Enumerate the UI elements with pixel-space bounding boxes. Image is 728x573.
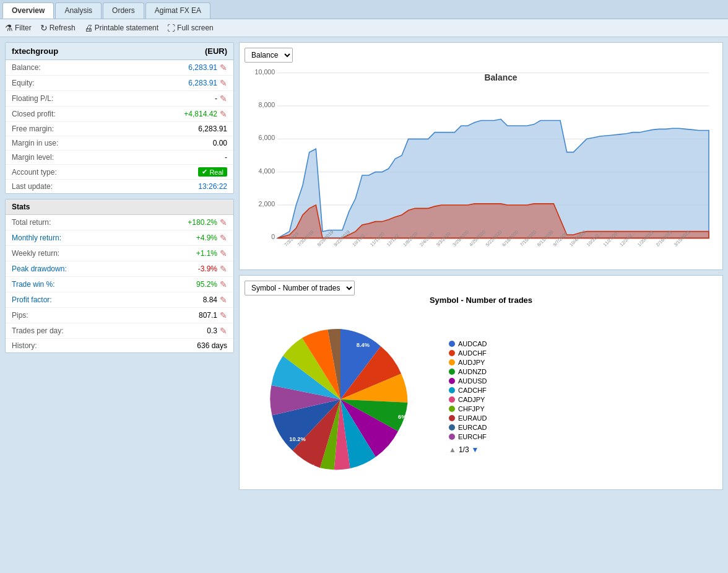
account-type-value: ✔ Real <box>198 167 227 177</box>
pips-edit[interactable]: ✎ <box>220 310 227 320</box>
monthly-return-row: Monthly return: +4.9% ✎ <box>6 230 233 246</box>
balance-chart: 10,000 8,000 6,000 4,000 2,000 0 Balance <box>245 66 717 265</box>
weekly-return-row: Weekly return: +1.1% ✎ <box>6 246 233 261</box>
pie-container: 8.4% 6% 10.2% 7.2% 6% AUDCAD AUDCHF <box>245 310 717 484</box>
legend-audusd: AUDUSD <box>449 377 717 385</box>
trades-per-day-row: Trades per day: 0.3 ✎ <box>6 323 233 339</box>
audcad-dot <box>449 341 455 347</box>
cadchf-label: CADCHF <box>458 387 487 394</box>
svg-text:10.2%: 10.2% <box>289 436 305 442</box>
svg-text:7.2%: 7.2% <box>302 463 315 470</box>
legend-eurchf: EURCHF <box>449 433 717 440</box>
floating-row: Floating P/L: - ✎ <box>6 91 233 107</box>
print-icon: 🖨 <box>84 23 93 33</box>
legend-euraud: EURAUD <box>449 414 717 422</box>
legend-audchf: AUDCHF <box>449 349 717 357</box>
eurcad-label: EURCAD <box>458 424 487 431</box>
legend-page-text: 1/3 <box>459 445 469 454</box>
legend-cadchf: CADCHF <box>449 387 717 394</box>
balance-chart-svg: 10,000 8,000 6,000 4,000 2,000 0 Balance <box>245 66 717 265</box>
peak-drawdown-value: -3.9% ✎ <box>198 264 227 274</box>
weekly-return-edit[interactable]: ✎ <box>220 248 227 258</box>
main-content: fxtechgroup (EUR) Balance: 6,283.91 ✎ Eq… <box>0 37 728 495</box>
tab-orders[interactable]: Orders <box>103 2 144 19</box>
account-header: fxtechgroup (EUR) <box>6 43 233 60</box>
total-return-edit[interactable]: ✎ <box>220 217 227 227</box>
legend-pagination: ▲ 1/3 ▼ <box>449 445 717 454</box>
tab-bar: Overview Analysis Orders Agimat FX EA <box>0 0 728 19</box>
svg-text:8,000: 8,000 <box>259 101 275 108</box>
pie-chart-svg-wrap: 8.4% 6% 10.2% 7.2% 6% <box>245 310 436 484</box>
eurchf-label: EURCHF <box>458 433 487 440</box>
fullscreen-icon: ⛶ <box>167 24 175 33</box>
pips-value: 807.1 ✎ <box>199 310 227 320</box>
tab-agimat[interactable]: Agimat FX EA <box>145 2 210 19</box>
checkmark-icon: ✔ <box>202 168 207 176</box>
margin-level-value: - <box>225 153 227 162</box>
closed-label: Closed profit: <box>12 110 56 118</box>
audcad-label: AUDCAD <box>458 340 487 348</box>
last-update-label: Last update: <box>12 182 53 191</box>
last-update-row: Last update: 13:26:22 <box>6 180 233 193</box>
filter-button[interactable]: ⚗ Filter <box>5 23 32 33</box>
account-type-row: Account type: ✔ Real <box>6 165 233 180</box>
margin-level-label: Margin level: <box>12 153 54 162</box>
svg-text:6%: 6% <box>398 414 406 420</box>
legend-audcad: AUDCAD <box>449 340 717 348</box>
pie-legend: AUDCAD AUDCHF AUDJPY AUDNZD <box>436 340 717 454</box>
peak-drawdown-edit[interactable]: ✎ <box>220 264 227 274</box>
weekly-return-value: +1.1% ✎ <box>196 248 227 258</box>
tab-analysis[interactable]: Analysis <box>55 2 102 19</box>
monthly-return-edit[interactable]: ✎ <box>220 233 227 243</box>
total-return-row: Total return: +180.2% ✎ <box>6 215 233 230</box>
toolbar: ⚗ Filter ↻ Refresh 🖨 Printable statement… <box>0 19 728 37</box>
profit-factor-value: 8.84 ✎ <box>203 295 227 305</box>
monthly-return-value: +4.9% ✎ <box>196 233 227 243</box>
trades-per-day-label: Trades per day: <box>12 326 64 335</box>
peak-drawdown-label: Peak drawdown: <box>12 265 67 273</box>
svg-text:0: 0 <box>271 233 275 240</box>
svg-text:4,000: 4,000 <box>259 167 275 175</box>
profit-factor-edit[interactable]: ✎ <box>220 295 227 305</box>
equity-label: Equity: <box>12 79 35 87</box>
cadjpy-label: CADJPY <box>458 396 485 403</box>
svg-text:10,000: 10,000 <box>255 68 275 76</box>
real-badge: ✔ Real <box>198 167 227 177</box>
legend-audjpy: AUDJPY <box>449 359 717 366</box>
account-currency: (EUR) <box>205 46 227 56</box>
legend-next-arrow[interactable]: ▼ <box>472 445 479 454</box>
cadchf-dot <box>449 387 455 393</box>
closed-profit-row: Closed profit: +4,814.42 ✎ <box>6 107 233 122</box>
margin-use-value: 0.00 <box>213 139 227 147</box>
eurchf-dot <box>449 434 455 440</box>
filter-icon: ⚗ <box>5 23 13 33</box>
pie-svg: 8.4% 6% 10.2% 7.2% 6% <box>245 310 436 483</box>
history-value: 636 days <box>197 341 227 350</box>
margin-use-row: Margin in use: 0.00 <box>6 136 233 151</box>
svg-text:2,000: 2,000 <box>259 200 275 208</box>
balance-edit-icon[interactable]: ✎ <box>220 63 227 72</box>
pie-chart-card: Symbol - Number of trades Symbol - Numbe… <box>239 275 723 490</box>
printable-button[interactable]: 🖨 Printable statement <box>84 23 158 33</box>
tab-overview[interactable]: Overview <box>2 2 54 19</box>
pie-dropdown[interactable]: Symbol - Number of trades <box>245 281 355 295</box>
fullscreen-button[interactable]: ⛶ Full screen <box>167 24 214 33</box>
balance-label: Balance: <box>12 63 41 72</box>
refresh-button[interactable]: ↻ Refresh <box>40 23 76 33</box>
legend-audnzd: AUDNZD <box>449 368 717 375</box>
legend-prev-arrow[interactable]: ▲ <box>449 445 456 454</box>
legend-eurcad: EURCAD <box>449 424 717 431</box>
pips-label: Pips: <box>12 311 28 320</box>
weekly-return-label: Weekly return: <box>12 249 59 258</box>
trade-win-label: Trade win %: <box>12 280 55 289</box>
equity-edit-icon[interactable]: ✎ <box>220 78 227 88</box>
closed-edit-icon[interactable]: ✎ <box>220 109 227 119</box>
audnzd-label: AUDNZD <box>458 368 487 375</box>
floating-edit-icon[interactable]: ✎ <box>220 94 227 103</box>
right-column: Balance 10,000 8,000 6,000 4,000 2,000 0 <box>239 42 723 490</box>
eurcad-dot <box>449 424 455 431</box>
chfjpy-dot <box>449 406 455 412</box>
trades-per-day-edit[interactable]: ✎ <box>220 326 227 336</box>
chart-dropdown[interactable]: Balance <box>245 48 293 63</box>
trade-win-edit[interactable]: ✎ <box>220 279 227 289</box>
